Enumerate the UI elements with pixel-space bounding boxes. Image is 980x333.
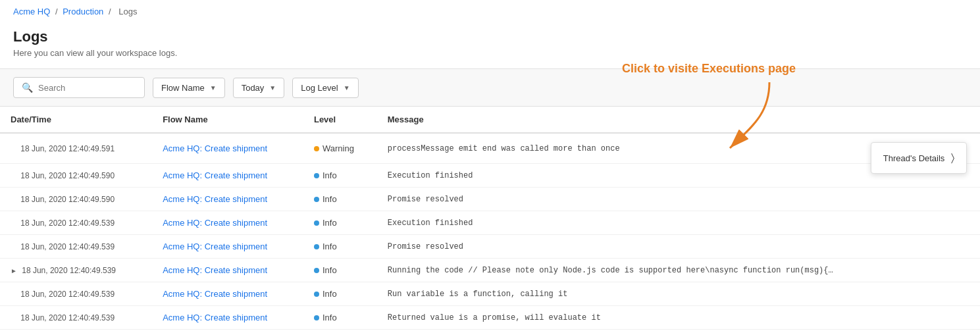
cell-datetime: 18 Jun, 2020 12:40:49.590 xyxy=(0,164,152,188)
level-text: Warning xyxy=(322,143,354,153)
cell-flowname: Acme HQ: Create shipment xyxy=(152,133,303,164)
cell-flowname: Acme HQ: Create shipment xyxy=(152,282,303,306)
logs-table-container: Date/Time Flow Name Level Message 18 Jun… xyxy=(0,107,980,330)
cell-datetime: 18 Jun, 2020 12:40:49.591 xyxy=(0,133,152,164)
cell-level: Info xyxy=(303,188,377,211)
date-label: Today xyxy=(242,83,265,93)
breadcrumb-acme[interactable]: Acme HQ xyxy=(13,7,50,16)
context-menu: Thread's Details 〉 xyxy=(871,142,967,174)
filters-bar: 🔍 Flow Name ▼ Today ▼ Log Level ▼ xyxy=(0,68,980,107)
cell-message: Execution finished xyxy=(377,164,939,188)
level-dot-icon xyxy=(314,173,319,178)
cell-message: Returned value is a promise, will evalua… xyxy=(377,306,939,330)
cell-datetime: 18 Jun, 2020 12:40:49.539 xyxy=(0,235,152,259)
level-text: Info xyxy=(322,289,337,299)
cell-actions xyxy=(939,188,980,211)
cell-level: Info xyxy=(303,211,377,235)
date-dropdown[interactable]: Today ▼ xyxy=(233,78,285,98)
cell-message: Promise resolved xyxy=(377,235,939,259)
table-row: 18 Jun, 2020 12:40:49.539 Acme HQ: Creat… xyxy=(0,306,980,330)
cell-message: Run variable is a function, calling it xyxy=(377,282,939,306)
level-dot-icon xyxy=(314,220,319,226)
expand-arrow[interactable]: ► xyxy=(11,267,17,274)
page-title: Logs xyxy=(13,28,967,45)
search-box[interactable]: 🔍 xyxy=(13,77,145,98)
chevron-down-icon: ▼ xyxy=(269,84,276,91)
col-header-message: Message xyxy=(377,107,939,133)
log-level-label: Log Level xyxy=(301,83,338,93)
cell-flowname: Acme HQ: Create shipment xyxy=(152,235,303,259)
cell-flowname: Acme HQ: Create shipment xyxy=(152,211,303,235)
cell-datetime: 18 Jun, 2020 12:40:49.539 xyxy=(0,282,152,306)
level-text: Info xyxy=(322,194,337,204)
cell-flowname: Acme HQ: Create shipment xyxy=(152,259,303,282)
page-header: Logs Here you can view all your workspac… xyxy=(0,23,980,68)
cell-flowname: Acme HQ: Create shipment xyxy=(152,164,303,188)
table-row: 18 Jun, 2020 12:40:49.590 Acme HQ: Creat… xyxy=(0,164,980,188)
level-dot-icon xyxy=(314,268,319,273)
cell-level: Info xyxy=(303,259,377,282)
cell-level: Warning xyxy=(303,133,377,164)
level-text: Info xyxy=(322,265,337,275)
flow-name-link[interactable]: Acme HQ: Create shipment xyxy=(163,218,267,228)
col-header-flowname: Flow Name xyxy=(152,107,303,133)
flow-name-link[interactable]: Acme HQ: Create shipment xyxy=(163,143,267,153)
table-row: 18 Jun, 2020 12:40:49.591 Acme HQ: Creat… xyxy=(0,133,980,164)
level-text: Info xyxy=(322,218,337,228)
level-text: Info xyxy=(322,313,337,322)
cell-actions xyxy=(939,306,980,330)
flow-name-label: Flow Name xyxy=(161,83,205,93)
cell-datetime: ► 18 Jun, 2020 12:40:49.539 xyxy=(0,259,152,282)
cell-actions xyxy=(939,259,980,282)
breadcrumb: Acme HQ / Production / Logs xyxy=(0,0,980,23)
flow-name-link[interactable]: Acme HQ: Create shipment xyxy=(163,313,267,322)
search-icon: 🔍 xyxy=(22,82,33,93)
breadcrumb-current: Logs xyxy=(118,7,137,16)
cell-message: Running the code // Please note only Nod… xyxy=(377,259,939,282)
level-dot-icon xyxy=(314,244,319,249)
cell-datetime: 18 Jun, 2020 12:40:49.590 xyxy=(0,188,152,211)
flow-name-link[interactable]: Acme HQ: Create shipment xyxy=(163,170,267,180)
table-row: 18 Jun, 2020 12:40:49.539 Acme HQ: Creat… xyxy=(0,282,980,306)
logs-table: Date/Time Flow Name Level Message 18 Jun… xyxy=(0,107,980,330)
flow-name-link[interactable]: Acme HQ: Create shipment xyxy=(163,242,267,251)
col-header-datetime: Date/Time xyxy=(0,107,152,133)
search-input[interactable] xyxy=(38,83,130,93)
cell-flowname: Acme HQ: Create shipment xyxy=(152,188,303,211)
cell-actions xyxy=(939,235,980,259)
log-level-dropdown[interactable]: Log Level ▼ xyxy=(292,78,358,98)
chevron-down-icon: ▼ xyxy=(344,84,350,91)
flow-name-link[interactable]: Acme HQ: Create shipment xyxy=(163,194,267,204)
level-dot-icon xyxy=(314,315,319,320)
cell-actions xyxy=(939,282,980,306)
level-dot-icon xyxy=(314,292,319,297)
flow-name-dropdown[interactable]: Flow Name ▼ xyxy=(153,78,225,98)
cell-message: Execution finished xyxy=(377,211,939,235)
level-dot-icon xyxy=(314,146,319,151)
table-row: 18 Jun, 2020 12:40:49.539 Acme HQ: Creat… xyxy=(0,235,980,259)
cell-actions xyxy=(939,211,980,235)
cursor-icon: 〉 xyxy=(951,152,954,164)
table-row: 18 Jun, 2020 12:40:49.590 Acme HQ: Creat… xyxy=(0,188,980,211)
level-text: Info xyxy=(322,242,337,251)
cell-message: Promise resolved xyxy=(377,188,939,211)
cell-level: Info xyxy=(303,235,377,259)
breadcrumb-production[interactable]: Production xyxy=(63,7,103,16)
cell-flowname: Acme HQ: Create shipment xyxy=(152,306,303,330)
cell-level: Info xyxy=(303,306,377,330)
chevron-down-icon: ▼ xyxy=(210,84,217,91)
level-dot-icon xyxy=(314,197,319,202)
cell-message: processMessage emit end was called more … xyxy=(377,133,939,164)
page-subtitle: Here you can view all your workspace log… xyxy=(13,48,967,58)
threads-details-menu-item[interactable]: Thread's Details 〉 xyxy=(871,145,966,170)
table-row: 18 Jun, 2020 12:40:49.539 Acme HQ: Creat… xyxy=(0,211,980,235)
cell-datetime: 18 Jun, 2020 12:40:49.539 xyxy=(0,211,152,235)
table-row: ► 18 Jun, 2020 12:40:49.539 Acme HQ: Cre… xyxy=(0,259,980,282)
cell-level: Info xyxy=(303,164,377,188)
level-text: Info xyxy=(322,170,337,180)
flow-name-link[interactable]: Acme HQ: Create shipment xyxy=(163,265,267,275)
cell-datetime: 18 Jun, 2020 12:40:49.539 xyxy=(0,306,152,330)
cell-level: Info xyxy=(303,282,377,306)
col-header-level: Level xyxy=(303,107,377,133)
flow-name-link[interactable]: Acme HQ: Create shipment xyxy=(163,289,267,299)
